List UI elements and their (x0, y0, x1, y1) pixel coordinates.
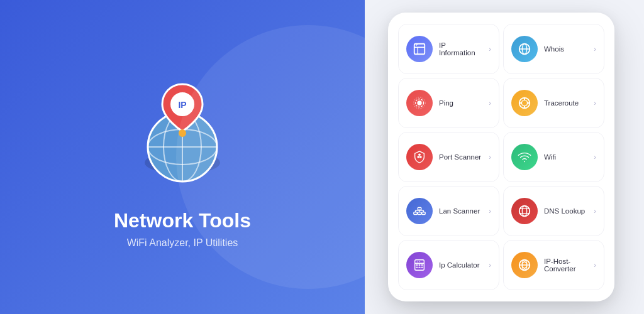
svg-rect-44 (416, 264, 418, 266)
svg-rect-33 (418, 208, 421, 210)
svg-rect-46 (421, 264, 423, 266)
lan-scanner-icon (406, 198, 433, 224)
ip-calculator-chevron: › (489, 261, 491, 269)
whois-icon (511, 36, 538, 62)
port-scanner-label: Port Scanner (439, 153, 482, 161)
app-title: Network Tools (114, 208, 251, 232)
right-panel: IP IP Information › Whois › (365, 0, 644, 314)
tool-ping[interactable]: Ping › (398, 78, 499, 128)
ip-host-converter-label: IP-Host-Converter (544, 257, 587, 273)
logo-container: IP (119, 65, 245, 193)
ping-label: Ping (439, 99, 482, 107)
svg-point-9 (179, 129, 186, 137)
svg-text:= ÷: = ÷ (416, 260, 421, 263)
ip-host-converter-icon (511, 252, 538, 278)
dns-lookup-label: DNS Lookup (544, 207, 587, 215)
ip-information-label: IP Information (439, 41, 482, 57)
svg-rect-48 (419, 267, 421, 268)
tools-grid: IP IP Information › Whois › (398, 24, 604, 290)
globe-logo-icon: IP (119, 65, 245, 191)
port-scanner-chevron: › (489, 153, 491, 161)
wifi-icon (511, 144, 538, 170)
svg-point-26 (417, 156, 419, 158)
dns-lookup-icon (511, 198, 538, 224)
lan-scanner-chevron: › (489, 207, 491, 215)
ip-calculator-label: Ip Calculator (439, 261, 482, 269)
traceroute-chevron: › (594, 99, 596, 107)
tool-dns-lookup[interactable]: DNS Lookup › (503, 186, 604, 236)
tool-port-scanner[interactable]: Port Scanner › (398, 132, 499, 182)
svg-point-28 (418, 154, 421, 156)
svg-text:IP: IP (178, 100, 186, 110)
tool-ip-calculator[interactable]: = ÷ Ip Calculator › (398, 240, 499, 290)
ip-information-icon: IP (406, 36, 433, 62)
ip-information-chevron: › (489, 45, 491, 53)
tool-traceroute[interactable]: Traceroute › (503, 78, 604, 128)
svg-rect-45 (419, 264, 421, 266)
svg-rect-32 (422, 212, 426, 215)
svg-rect-30 (414, 212, 418, 215)
left-panel: IP Network Tools WiFi Analyzer, IP Utili… (0, 0, 365, 314)
lan-scanner-label: Lan Scanner (439, 207, 482, 215)
svg-point-21 (521, 100, 527, 106)
ping-chevron: › (489, 99, 491, 107)
port-scanner-icon (406, 144, 433, 170)
tool-whois[interactable]: Whois › (503, 24, 604, 74)
tool-ip-information[interactable]: IP IP Information › (398, 24, 499, 74)
svg-text:IP: IP (416, 44, 418, 46)
ping-icon (406, 90, 433, 116)
traceroute-icon (511, 90, 538, 116)
svg-rect-31 (418, 212, 421, 215)
tool-ip-host-converter[interactable]: IP-Host-Converter › (503, 240, 604, 290)
svg-point-39 (522, 206, 526, 217)
ip-host-converter-chevron: › (594, 261, 596, 269)
svg-point-38 (519, 206, 530, 217)
dns-lookup-chevron: › (594, 207, 596, 215)
svg-point-17 (417, 100, 421, 105)
traceroute-label: Traceroute (544, 99, 587, 107)
phone-mockup: IP IP Information › Whois › (388, 13, 614, 301)
whois-chevron: › (594, 45, 596, 53)
wifi-chevron: › (594, 153, 596, 161)
app-subtitle: WiFi Analyzer, IP Utilities (127, 237, 238, 249)
tool-lan-scanner[interactable]: Lan Scanner › (398, 186, 499, 236)
ip-calculator-icon: = ÷ (406, 252, 433, 278)
svg-point-27 (419, 156, 422, 158)
svg-rect-47 (416, 267, 418, 268)
svg-rect-49 (421, 267, 423, 268)
whois-label: Whois (544, 45, 587, 53)
tool-wifi[interactable]: Wifi › (503, 132, 604, 182)
wifi-label: Wifi (544, 153, 587, 161)
